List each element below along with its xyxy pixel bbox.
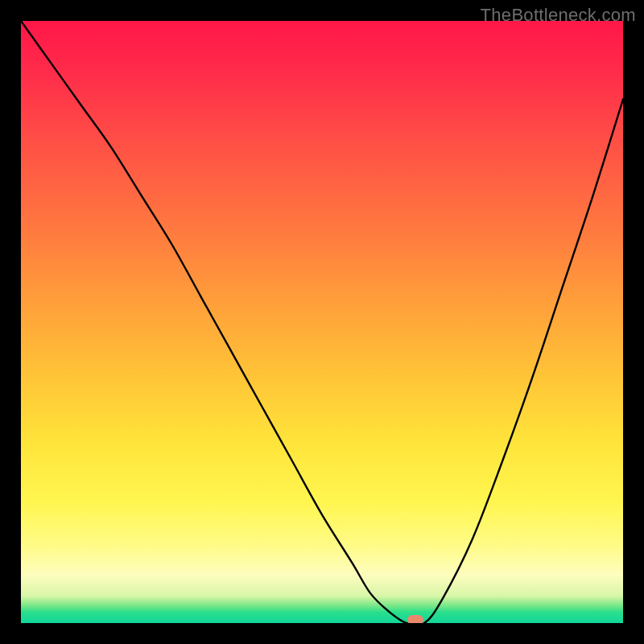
watermark-text: TheBottleneck.com [481,5,636,26]
optimal-marker [407,615,423,623]
figure-root: TheBottleneck.com [0,0,644,644]
plot-area [21,21,623,623]
bottleneck-curve [21,21,623,623]
